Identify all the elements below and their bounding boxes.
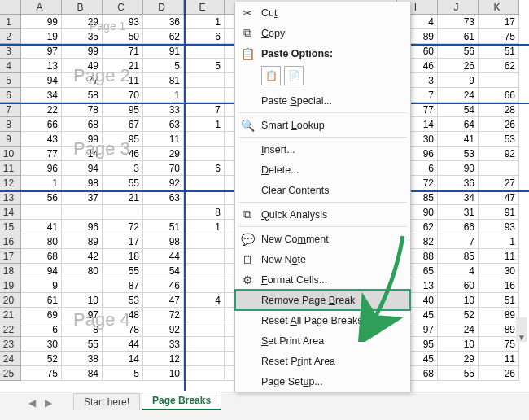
page-break-v-1[interactable]	[184, 0, 186, 391]
row-hdr[interactable]: 12	[0, 176, 21, 190]
cell-E18[interactable]	[184, 264, 225, 278]
cell-B19[interactable]	[62, 278, 103, 293]
cell-C17[interactable]: 18	[103, 249, 143, 264]
col-hdr-D[interactable]: D	[143, 0, 184, 15]
cell-B12[interactable]: 98	[62, 176, 103, 190]
row-hdr[interactable]: 20	[0, 293, 21, 308]
cell-J25[interactable]: 55	[438, 366, 479, 381]
row-hdr[interactable]: 10	[0, 147, 21, 161]
cell-D16[interactable]: 98	[143, 234, 184, 249]
cell-J11[interactable]: 90	[438, 161, 479, 176]
col-hdr-B[interactable]: B	[62, 0, 103, 15]
cell-D2[interactable]: 62	[143, 29, 184, 44]
cell-E7[interactable]: 7	[184, 103, 225, 117]
cell-C2[interactable]: 50	[103, 29, 143, 44]
row-hdr[interactable]: 9	[0, 132, 21, 147]
cell-J21[interactable]: 52	[438, 308, 479, 322]
sheet-tab-page-breaks[interactable]: Page Breaks	[142, 392, 221, 410]
cell-C25[interactable]: 5	[103, 366, 143, 381]
cell-J19[interactable]: 60	[438, 278, 479, 293]
cell-E23[interactable]	[184, 337, 225, 352]
cell-B10[interactable]: 14	[62, 147, 103, 161]
cell-E21[interactable]	[184, 308, 225, 322]
cell-D13[interactable]: 63	[143, 190, 184, 205]
cell-J12[interactable]: 36	[438, 176, 479, 190]
cell-D17[interactable]: 44	[143, 249, 184, 264]
cell-K1[interactable]: 17	[479, 15, 519, 29]
cell-B18[interactable]: 80	[62, 264, 103, 278]
cell-K8[interactable]: 26	[479, 117, 519, 132]
cell-K2[interactable]: 75	[479, 29, 519, 44]
cell-E15[interactable]: 1	[184, 220, 225, 234]
menu-smart-lookup[interactable]: 🔍 Smart Lookup	[235, 115, 410, 135]
cell-A25[interactable]: 75	[21, 366, 62, 381]
cell-K14[interactable]: 91	[479, 205, 519, 220]
cell-E20[interactable]: 4	[184, 293, 225, 308]
cell-D23[interactable]: 33	[143, 337, 184, 352]
row-hdr[interactable]: 15	[0, 220, 21, 234]
col-hdr-K[interactable]: K	[479, 0, 519, 15]
cell-A4[interactable]: 13	[21, 59, 62, 73]
cell-E24[interactable]	[184, 352, 225, 366]
row-hdr[interactable]: 7	[0, 103, 21, 117]
cell-J24[interactable]: 29	[438, 352, 479, 366]
cell-B2[interactable]: 35	[62, 29, 103, 44]
cell-B3[interactable]: 99	[62, 44, 103, 59]
cell-E6[interactable]	[184, 88, 225, 103]
cell-B9[interactable]: 99	[62, 132, 103, 147]
cell-J8[interactable]: 64	[438, 117, 479, 132]
cell-A9[interactable]: 43	[21, 132, 62, 147]
cell-D6[interactable]: 1	[143, 88, 184, 103]
cell-B8[interactable]: 68	[62, 117, 103, 132]
cell-A21[interactable]: 69	[21, 308, 62, 322]
cell-K9[interactable]: 53	[479, 132, 519, 147]
cell-E2[interactable]: 6	[184, 29, 225, 44]
cell-D8[interactable]: 63	[143, 117, 184, 132]
cell-D18[interactable]: 54	[143, 264, 184, 278]
cell-B17[interactable]: 42	[62, 249, 103, 264]
menu-reset-print-area[interactable]: Reset Print Area	[235, 351, 410, 371]
cell-J9[interactable]: 41	[438, 132, 479, 147]
cell-B7[interactable]: 78	[62, 103, 103, 117]
menu-new-note[interactable]: 🗒 New Note	[235, 249, 410, 269]
cell-B20[interactable]: 10	[62, 293, 103, 308]
cell-K16[interactable]: 1	[479, 234, 519, 249]
cell-E14[interactable]: 8	[184, 205, 225, 220]
cell-J6[interactable]: 24	[438, 88, 479, 103]
cell-D15[interactable]: 51	[143, 220, 184, 234]
cell-A13[interactable]: 56	[21, 190, 62, 205]
cell-E13[interactable]	[184, 190, 225, 205]
cell-K5[interactable]	[479, 73, 519, 88]
menu-delete[interactable]: Delete...	[235, 160, 410, 180]
cell-J7[interactable]: 54	[438, 103, 479, 117]
menu-page-setup[interactable]: Page Setup...	[235, 371, 410, 392]
cell-C21[interactable]: 48	[103, 308, 143, 322]
cell-B4[interactable]: 49	[62, 59, 103, 73]
row-hdr[interactable]: 11	[0, 161, 21, 176]
menu-paste-special[interactable]: Paste Special...	[235, 90, 410, 111]
paste-option-values-icon[interactable]: 📄	[284, 66, 304, 85]
col-hdr-J[interactable]: J	[438, 0, 479, 15]
cell-E17[interactable]	[184, 249, 225, 264]
cell-D14[interactable]	[143, 205, 184, 220]
cell-A16[interactable]: 80	[21, 234, 62, 249]
cell-C19[interactable]: 87	[103, 278, 143, 293]
row-hdr[interactable]: 19	[0, 278, 21, 293]
cell-J4[interactable]: 26	[438, 59, 479, 73]
cell-C16[interactable]: 17	[103, 234, 143, 249]
cell-E4[interactable]: 5	[184, 59, 225, 73]
cell-K22[interactable]: 89	[479, 322, 519, 337]
select-all-corner[interactable]	[0, 0, 21, 15]
paste-option-default-icon[interactable]: 📋	[261, 66, 281, 85]
cell-B16[interactable]: 89	[62, 234, 103, 249]
menu-set-print-area[interactable]: Set Print Area	[235, 330, 410, 351]
cell-E1[interactable]: 1	[184, 15, 225, 29]
cell-J13[interactable]: 34	[438, 190, 479, 205]
cell-K24[interactable]: 11	[479, 352, 519, 366]
cell-E12[interactable]	[184, 176, 225, 190]
cell-C24[interactable]: 14	[103, 352, 143, 366]
cell-A2[interactable]: 19	[21, 29, 62, 44]
cell-K11[interactable]	[479, 161, 519, 176]
cell-A14[interactable]	[21, 205, 62, 220]
cell-J22[interactable]: 24	[438, 322, 479, 337]
